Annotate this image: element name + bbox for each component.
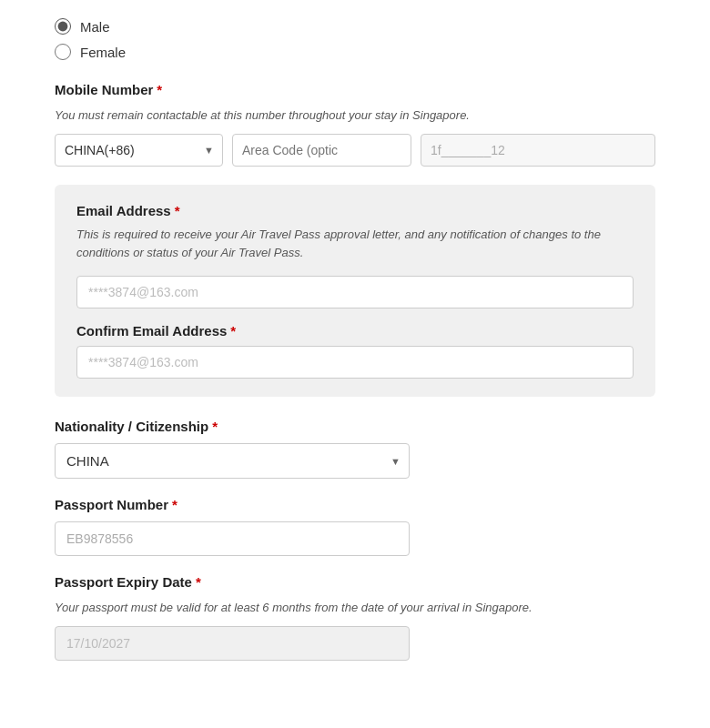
male-label: Male [80,19,110,35]
required-star: * [157,82,162,97]
female-label: Female [80,45,126,60]
passport-expiry-hint: Your passport must be valid for at least… [55,599,655,617]
mobile-section: Mobile Number* You must remain contactab… [55,82,655,167]
email-section: Email Address* This is required to recei… [55,185,655,398]
nationality-label: Nationality / Citizenship* [55,419,655,434]
confirm-email-label: Confirm Email Address* [76,323,634,339]
nationality-section: Nationality / Citizenship* CHINA SINGAPO… [55,419,655,479]
passport-number-input[interactable] [55,521,410,556]
email-label: Email Address* [76,203,634,218]
required-star-nationality: * [212,419,218,434]
female-option[interactable]: Female [55,44,655,60]
mobile-row: CHINA(+86) ▼ [55,134,655,167]
male-option[interactable]: Male [55,18,655,35]
female-radio[interactable] [55,44,71,60]
passport-expiry-section: Passport Expiry Date* Your passport must… [55,574,655,661]
confirm-email-input[interactable] [76,346,634,379]
passport-expiry-input[interactable] [55,626,410,661]
passport-expiry-label: Passport Expiry Date* [55,574,655,590]
email-input[interactable] [76,276,634,308]
nationality-select[interactable]: CHINA SINGAPORE MALAYSIA OTHER [55,443,410,479]
required-star-expiry: * [196,574,201,590]
phone-number-input[interactable] [421,134,655,167]
passport-number-label: Passport Number* [55,497,655,512]
required-star-confirm: * [230,323,236,339]
email-hint: This is required to receive your Air Tra… [76,226,634,264]
required-star-passport: * [172,497,178,512]
passport-number-section: Passport Number* [55,497,655,556]
male-radio[interactable] [55,18,71,35]
area-code-input[interactable] [232,134,411,167]
required-star-email: * [175,203,180,218]
nationality-select-wrapper: CHINA SINGAPORE MALAYSIA OTHER ▼ [55,443,410,479]
country-code-wrapper: CHINA(+86) ▼ [55,134,223,167]
mobile-label: Mobile Number* [55,82,655,97]
country-code-select[interactable]: CHINA(+86) [55,134,223,167]
page-container: Male Female Mobile Number* You must rema… [0,0,710,728]
mobile-hint: You must remain contactable at this numb… [55,106,655,125]
gender-group: Male Female [55,18,655,60]
